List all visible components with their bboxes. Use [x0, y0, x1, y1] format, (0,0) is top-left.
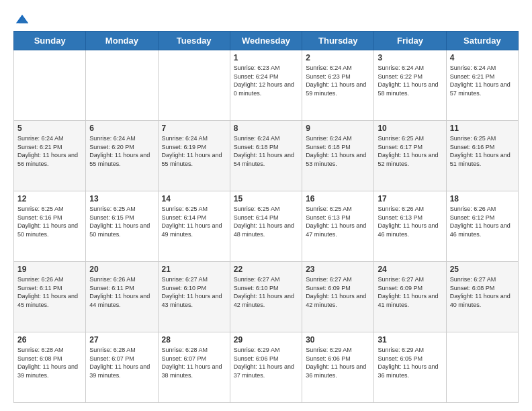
calendar-day-cell: 14Sunrise: 6:25 AM Sunset: 6:14 PM Dayli… [158, 191, 230, 262]
calendar-day-cell: 30Sunrise: 6:29 AM Sunset: 6:06 PM Dayli… [302, 332, 374, 403]
day-number: 5 [17, 124, 82, 133]
day-info: Sunrise: 6:25 AM Sunset: 6:15 PM Dayligh… [89, 205, 150, 238]
calendar-day-cell [86, 50, 158, 121]
day-info: Sunrise: 6:27 AM Sunset: 6:09 PM Dayligh… [306, 276, 366, 308]
calendar-day-cell: 2Sunrise: 6:24 AM Sunset: 6:23 PM Daylig… [302, 50, 374, 121]
calendar-week-row: 5Sunrise: 6:24 AM Sunset: 6:21 PM Daylig… [14, 121, 519, 191]
day-number: 1 [234, 53, 298, 62]
calendar-day-cell: 27Sunrise: 6:28 AM Sunset: 6:07 PM Dayli… [86, 332, 158, 403]
calendar-day-cell: 4Sunrise: 6:24 AM Sunset: 6:21 PM Daylig… [446, 50, 518, 121]
calendar-day-cell: 24Sunrise: 6:27 AM Sunset: 6:09 PM Dayli… [374, 262, 446, 332]
day-number: 15 [234, 194, 298, 203]
calendar-day-cell: 16Sunrise: 6:25 AM Sunset: 6:13 PM Dayli… [302, 191, 374, 262]
day-info: Sunrise: 6:24 AM Sunset: 6:21 PM Dayligh… [450, 64, 511, 97]
day-info: Sunrise: 6:26 AM Sunset: 6:12 PM Dayligh… [450, 205, 511, 238]
calendar-header-row: SundayMondayTuesdayWednesdayThursdayFrid… [14, 32, 519, 50]
day-info: Sunrise: 6:25 AM Sunset: 6:17 PM Dayligh… [378, 135, 438, 167]
calendar-day-cell: 19Sunrise: 6:26 AM Sunset: 6:11 PM Dayli… [14, 262, 86, 332]
day-info: Sunrise: 6:25 AM Sunset: 6:16 PM Dayligh… [17, 205, 78, 238]
calendar-day-cell: 23Sunrise: 6:27 AM Sunset: 6:09 PM Dayli… [302, 262, 374, 332]
day-number: 11 [450, 124, 515, 133]
day-number: 30 [306, 335, 370, 345]
calendar-day-cell: 17Sunrise: 6:26 AM Sunset: 6:13 PM Dayli… [374, 191, 446, 262]
day-number: 18 [450, 194, 515, 203]
day-number: 29 [234, 335, 298, 345]
calendar-day-cell: 20Sunrise: 6:26 AM Sunset: 6:11 PM Dayli… [86, 262, 158, 332]
day-info: Sunrise: 6:23 AM Sunset: 6:24 PM Dayligh… [234, 64, 294, 97]
calendar-day-cell: 22Sunrise: 6:27 AM Sunset: 6:10 PM Dayli… [230, 262, 302, 332]
day-number: 16 [306, 194, 370, 203]
day-info: Sunrise: 6:25 AM Sunset: 6:16 PM Dayligh… [450, 135, 511, 167]
calendar-day-cell: 11Sunrise: 6:25 AM Sunset: 6:16 PM Dayli… [446, 121, 518, 191]
calendar-day-cell: 9Sunrise: 6:24 AM Sunset: 6:18 PM Daylig… [302, 121, 374, 191]
day-info: Sunrise: 6:26 AM Sunset: 6:11 PM Dayligh… [17, 276, 78, 308]
day-info: Sunrise: 6:29 AM Sunset: 6:06 PM Dayligh… [306, 347, 366, 379]
day-info: Sunrise: 6:24 AM Sunset: 6:23 PM Dayligh… [306, 64, 366, 97]
day-info: Sunrise: 6:24 AM Sunset: 6:22 PM Dayligh… [378, 64, 438, 97]
day-info: Sunrise: 6:24 AM Sunset: 6:19 PM Dayligh… [162, 135, 222, 167]
calendar-day-cell: 7Sunrise: 6:24 AM Sunset: 6:19 PM Daylig… [158, 121, 230, 191]
day-number: 14 [162, 194, 226, 203]
day-info: Sunrise: 6:27 AM Sunset: 6:08 PM Dayligh… [450, 276, 511, 308]
calendar-week-row: 26Sunrise: 6:28 AM Sunset: 6:08 PM Dayli… [14, 332, 519, 403]
day-number: 27 [89, 335, 154, 345]
calendar-day-cell [14, 50, 86, 121]
day-info: Sunrise: 6:28 AM Sunset: 6:07 PM Dayligh… [89, 347, 150, 379]
logo-text [13, 12, 30, 27]
calendar-week-row: 1Sunrise: 6:23 AM Sunset: 6:24 PM Daylig… [14, 50, 519, 121]
day-info: Sunrise: 6:25 AM Sunset: 6:14 PM Dayligh… [234, 205, 294, 238]
calendar-day-cell: 12Sunrise: 6:25 AM Sunset: 6:16 PM Dayli… [14, 191, 86, 262]
day-info: Sunrise: 6:28 AM Sunset: 6:07 PM Dayligh… [162, 347, 222, 379]
day-number: 25 [450, 265, 515, 274]
calendar-day-header: Sunday [14, 32, 86, 50]
calendar-day-header: Wednesday [230, 32, 302, 50]
calendar-day-header: Monday [86, 32, 158, 50]
day-number: 24 [378, 265, 442, 274]
day-number: 4 [450, 53, 515, 62]
day-number: 9 [306, 124, 370, 133]
day-number: 2 [306, 53, 370, 62]
calendar-day-cell: 6Sunrise: 6:24 AM Sunset: 6:20 PM Daylig… [86, 121, 158, 191]
day-info: Sunrise: 6:25 AM Sunset: 6:13 PM Dayligh… [306, 205, 366, 238]
day-info: Sunrise: 6:24 AM Sunset: 6:20 PM Dayligh… [89, 135, 150, 167]
logo [13, 12, 30, 24]
day-number: 3 [378, 53, 442, 62]
calendar-day-header: Friday [374, 32, 446, 50]
calendar-day-header: Thursday [302, 32, 374, 50]
calendar-day-cell: 21Sunrise: 6:27 AM Sunset: 6:10 PM Dayli… [158, 262, 230, 332]
calendar-day-cell: 13Sunrise: 6:25 AM Sunset: 6:15 PM Dayli… [86, 191, 158, 262]
day-number: 12 [17, 194, 82, 203]
calendar-day-cell: 26Sunrise: 6:28 AM Sunset: 6:08 PM Dayli… [14, 332, 86, 403]
day-number: 8 [234, 124, 298, 133]
day-info: Sunrise: 6:25 AM Sunset: 6:14 PM Dayligh… [162, 205, 222, 238]
calendar-day-cell: 8Sunrise: 6:24 AM Sunset: 6:18 PM Daylig… [230, 121, 302, 191]
day-info: Sunrise: 6:24 AM Sunset: 6:18 PM Dayligh… [234, 135, 294, 167]
calendar-day-cell: 31Sunrise: 6:29 AM Sunset: 6:05 PM Dayli… [374, 332, 446, 403]
day-number: 6 [89, 124, 154, 133]
calendar-week-row: 19Sunrise: 6:26 AM Sunset: 6:11 PM Dayli… [14, 262, 519, 332]
day-number: 26 [17, 335, 82, 345]
day-info: Sunrise: 6:26 AM Sunset: 6:13 PM Dayligh… [378, 205, 438, 238]
calendar-day-cell: 1Sunrise: 6:23 AM Sunset: 6:24 PM Daylig… [230, 50, 302, 121]
calendar-week-row: 12Sunrise: 6:25 AM Sunset: 6:16 PM Dayli… [14, 191, 519, 262]
day-info: Sunrise: 6:27 AM Sunset: 6:10 PM Dayligh… [234, 276, 294, 308]
day-number: 22 [234, 265, 298, 274]
day-info: Sunrise: 6:29 AM Sunset: 6:06 PM Dayligh… [234, 347, 294, 379]
page: SundayMondayTuesdayWednesdayThursdayFrid… [0, 0, 532, 411]
calendar-day-cell [158, 50, 230, 121]
calendar-day-cell: 3Sunrise: 6:24 AM Sunset: 6:22 PM Daylig… [374, 50, 446, 121]
day-info: Sunrise: 6:26 AM Sunset: 6:11 PM Dayligh… [89, 276, 150, 308]
day-info: Sunrise: 6:24 AM Sunset: 6:21 PM Dayligh… [17, 135, 78, 167]
day-number: 23 [306, 265, 370, 274]
day-info: Sunrise: 6:24 AM Sunset: 6:18 PM Dayligh… [306, 135, 366, 167]
header [13, 12, 519, 24]
day-number: 21 [162, 265, 226, 274]
logo-icon [15, 12, 30, 27]
calendar-day-header: Tuesday [158, 32, 230, 50]
day-info: Sunrise: 6:27 AM Sunset: 6:09 PM Dayligh… [378, 276, 438, 308]
calendar-day-cell: 15Sunrise: 6:25 AM Sunset: 6:14 PM Dayli… [230, 191, 302, 262]
calendar-day-cell: 10Sunrise: 6:25 AM Sunset: 6:17 PM Dayli… [374, 121, 446, 191]
day-number: 17 [378, 194, 442, 203]
calendar-day-header: Saturday [446, 32, 518, 50]
calendar-day-cell [446, 332, 518, 403]
